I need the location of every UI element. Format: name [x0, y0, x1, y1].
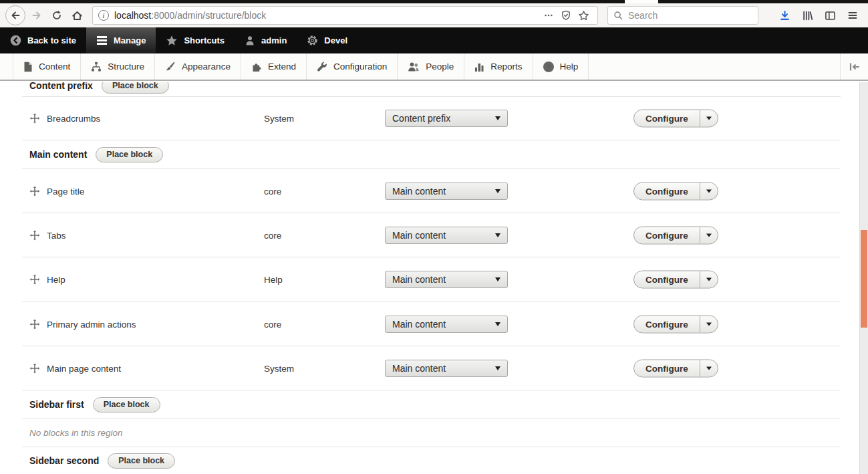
browser-search-bar[interactable] — [607, 6, 758, 25]
drupal-admin-toolbar: Back to site Manage Shortcuts admin Deve… — [0, 27, 868, 53]
tab-content[interactable]: Content — [13, 53, 81, 80]
empty-region-text: No blocks in this region — [29, 428, 123, 438]
region-name: Sidebar first — [29, 399, 84, 410]
library-button[interactable] — [797, 5, 817, 25]
tab-extend[interactable]: Extend — [241, 53, 307, 80]
browser-toolbar: localhost:8000/admin/structure/block — [0, 3, 868, 27]
configure-button[interactable]: Configure — [634, 271, 700, 288]
vertical-scrollbar[interactable] — [859, 82, 868, 474]
browser-right-icons — [774, 5, 863, 25]
configure-dropdown-toggle[interactable] — [700, 316, 718, 332]
configure-button[interactable]: Configure — [634, 316, 700, 332]
drag-handle-icon[interactable] — [29, 363, 40, 374]
pocket-shield-button[interactable] — [557, 7, 575, 24]
browser-back-button[interactable] — [5, 5, 25, 25]
tab-people[interactable]: People — [398, 53, 464, 80]
puzzle-piece-icon — [251, 62, 262, 72]
configure-dropbutton: Configure — [633, 359, 718, 377]
configure-dropdown-toggle[interactable] — [700, 271, 718, 288]
chevron-down-icon — [495, 277, 500, 281]
drag-handle-icon[interactable] — [29, 230, 40, 241]
region-select[interactable]: Main content — [385, 271, 508, 288]
forward-arrow-icon — [31, 10, 42, 21]
tab-label: Structure — [108, 62, 144, 72]
browser-forward-button[interactable] — [27, 5, 47, 25]
collapse-left-icon — [849, 62, 861, 72]
tab-configuration[interactable]: Configuration — [307, 53, 398, 80]
admin-bar-label: Back to site — [27, 35, 76, 45]
site-info-icon[interactable] — [98, 10, 109, 21]
page-actions-menu-button[interactable] — [540, 7, 557, 24]
devel-button[interactable]: Devel — [297, 27, 357, 53]
admin-user-button[interactable]: admin — [235, 27, 297, 53]
tab-appearance[interactable]: Appearance — [155, 53, 241, 80]
region-select[interactable]: Main content — [385, 316, 508, 333]
drag-handle-icon[interactable] — [29, 113, 40, 124]
bookmark-star-button[interactable] — [575, 7, 592, 24]
place-block-button[interactable]: Place block — [93, 397, 160, 412]
sidebar-toggle-icon — [825, 10, 836, 21]
browser-home-button[interactable] — [67, 5, 87, 25]
drag-handle-icon[interactable] — [29, 186, 40, 197]
region-header-main-content: Main content Place block — [22, 140, 841, 169]
configure-dropbutton: Configure — [633, 271, 718, 289]
chevron-down-icon — [706, 278, 712, 281]
region-name: Sidebar second — [29, 455, 99, 466]
region-select[interactable]: Main content — [385, 227, 508, 244]
block-label: Page title — [47, 186, 84, 196]
tab-reports[interactable]: Reports — [464, 53, 533, 80]
drag-handle-icon[interactable] — [29, 274, 40, 285]
region-select[interactable]: Content prefix — [385, 110, 508, 127]
downloads-button[interactable] — [774, 5, 794, 25]
region-select-value: Main content — [392, 363, 495, 374]
configure-button[interactable]: Configure — [634, 110, 700, 127]
region-select-value: Main content — [392, 230, 495, 241]
configure-dropbutton: Configure — [633, 110, 718, 128]
place-block-button[interactable]: Place block — [102, 82, 169, 94]
scrollbar-thumb[interactable] — [861, 230, 867, 328]
tab-help[interactable]: Help — [533, 53, 589, 80]
admin-bar-label: Shortcuts — [184, 35, 225, 45]
drag-handle-icon[interactable] — [29, 319, 40, 330]
block-category: System — [264, 363, 294, 373]
tab-label: Content — [39, 62, 70, 72]
hamburger-menu-icon — [847, 10, 858, 21]
back-to-site-button[interactable]: Back to site — [0, 27, 86, 53]
configure-dropbutton: Configure — [633, 315, 718, 333]
search-input[interactable] — [628, 10, 728, 21]
document-icon — [23, 62, 33, 72]
region-header-sidebar-first: Sidebar first Place block — [22, 390, 841, 419]
region-select[interactable]: Main content — [385, 360, 508, 377]
toolbar-orientation-toggle[interactable] — [840, 53, 868, 80]
block-label: Breadcrumbs — [47, 114, 100, 124]
region-select[interactable]: Main content — [385, 183, 508, 200]
chevron-down-icon — [706, 117, 712, 120]
configure-button[interactable]: Configure — [634, 227, 700, 243]
configure-dropdown-toggle[interactable] — [700, 227, 718, 243]
chevron-down-icon — [706, 233, 712, 237]
search-icon — [613, 11, 623, 21]
place-block-button[interactable]: Place block — [96, 147, 163, 162]
configure-button[interactable]: Configure — [634, 360, 700, 376]
configure-dropdown-toggle[interactable] — [700, 110, 718, 127]
place-block-button[interactable]: Place block — [108, 453, 175, 469]
table-row: Tabs core Main content Configure — [22, 213, 841, 257]
configure-dropdown-toggle[interactable] — [700, 183, 718, 199]
url-bar[interactable]: localhost:8000/admin/structure/block — [92, 6, 598, 25]
browser-reload-button[interactable] — [47, 5, 67, 25]
sidebars-button[interactable] — [820, 5, 840, 25]
block-category: core — [264, 230, 281, 240]
block-label: Help — [47, 275, 65, 285]
configure-dropbutton: Configure — [633, 226, 718, 244]
shortcuts-button[interactable]: Shortcuts — [156, 27, 235, 53]
chevron-down-icon — [706, 189, 712, 193]
tab-label: People — [426, 62, 454, 72]
tab-structure[interactable]: Structure — [81, 53, 155, 80]
configure-dropdown-toggle[interactable] — [700, 360, 718, 376]
reload-icon — [51, 10, 62, 21]
configure-button[interactable]: Configure — [634, 183, 700, 199]
gear-icon — [307, 35, 318, 46]
app-menu-button[interactable] — [843, 5, 863, 25]
block-label: Primary admin actions — [47, 319, 136, 329]
manage-button[interactable]: Manage — [86, 27, 156, 53]
